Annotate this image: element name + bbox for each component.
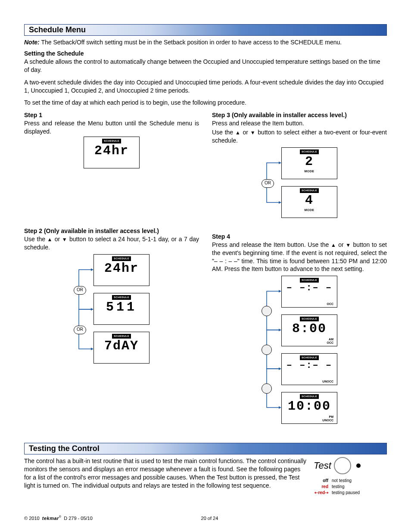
setting-subhead: Setting the Schedule <box>24 50 387 57</box>
lcd-sub: AM OCC <box>327 338 333 345</box>
t: or <box>336 241 346 248</box>
lcd-sub: OCC <box>327 302 333 306</box>
up-arrow-icon: ▲ <box>235 130 241 136</box>
setting-p1: A schedule allows the control to automat… <box>24 58 387 74</box>
step4-title: Step 4 <box>212 233 230 240</box>
down-arrow-icon: ▼ <box>250 130 256 136</box>
page-footer: © 2010 tekmar® D 279 - 05/10 20 of 24 <box>24 515 387 521</box>
step4-lcd2: SCHEDULE 8:00 AM OCC <box>281 314 337 346</box>
step3-lcd2: SCHEDULE 4 MODE <box>281 186 337 218</box>
step3-text1: Press and release the Item button. <box>212 120 304 127</box>
legend-desc: testing <box>332 484 344 490</box>
legend-label: red <box>314 484 328 490</box>
lcd-mode: MODE <box>305 208 314 212</box>
up-arrow-icon: ▲ <box>47 236 53 243</box>
lcd-value: 24hr <box>94 144 129 157</box>
test-legend: offnot testing redtesting ⇠red⇢testing p… <box>314 478 387 496</box>
step1: Step 1 Press and release the Menu button… <box>24 111 199 136</box>
lcd-label: SCHEDULE <box>102 139 121 143</box>
step2-connector-lines <box>74 253 93 374</box>
step4-connector-lines <box>262 275 281 434</box>
lcd-value: – –:– – <box>286 361 332 370</box>
or-badge: OR <box>262 179 274 188</box>
footer-page: 20 of 24 <box>201 516 218 521</box>
note-line: Note: The Setback/Off switch setting mus… <box>24 38 387 47</box>
step1-title: Step 1 <box>24 112 42 118</box>
step4-lcd4: SCHEDULE 10:00 PM UNOCC <box>281 392 337 424</box>
setting-p3: To set the time of day at which each per… <box>24 99 387 107</box>
note-text: The Setback/Off switch setting must be i… <box>41 39 342 46</box>
legend-desc: testing paused <box>332 490 360 496</box>
lcd-sub: UNOCC <box>322 380 333 383</box>
lcd-label: SCHEDULE <box>112 334 131 339</box>
testing-diagram: Test offnot testing redtesting ⇠red⇢test… <box>314 457 387 496</box>
down-arrow-icon: ▼ <box>346 242 351 248</box>
testing-paragraph: The control has a built-in test routine … <box>24 457 308 492</box>
step4: Step 4 Press and release the Item button… <box>212 233 387 273</box>
legend-label: off <box>314 478 328 484</box>
section-title: Testing the Control <box>29 444 100 453</box>
doc-id: D 279 - 05/10 <box>64 516 93 521</box>
lcd-label: SCHEDULE <box>300 317 319 321</box>
t: Use the <box>212 129 235 136</box>
step3: Step 3 (Only available in installer acce… <box>212 111 387 128</box>
test-label: Test <box>314 460 331 471</box>
lcd-value: – –:– – <box>286 283 332 293</box>
step4-lcd1: SCHEDULE – –:– – OCC <box>281 276 337 308</box>
step2-text-b: or <box>53 236 62 243</box>
lcd-mode: MODE <box>305 170 314 173</box>
section-title: Schedule Menu <box>29 25 86 34</box>
step2-lcd3: SCHEDULE 7dAY <box>93 332 149 364</box>
lcd-label: SCHEDULE <box>300 355 319 360</box>
t: Press and release the Item button. Use t… <box>212 241 331 248</box>
left-column: Step 1 Press and release the Menu button… <box>24 111 199 434</box>
t: red <box>318 490 325 495</box>
lcd-value: 4 <box>305 194 314 207</box>
note-label: Note: <box>24 39 40 46</box>
legend-label-blink: ⇠red⇢ <box>314 490 328 496</box>
copyright: © 2010 <box>24 516 40 521</box>
legend-desc: not testing <box>332 478 352 484</box>
t: or <box>241 129 250 136</box>
lcd-value: 24hr <box>104 262 139 275</box>
lcd-value: 10:00 <box>288 400 331 413</box>
section-header-testing: Testing the Control <box>24 443 387 454</box>
step1-lcd: SCHEDULE 24hr <box>84 137 140 168</box>
right-column: Step 3 (Only available in installer acce… <box>212 111 387 434</box>
down-arrow-icon: ▼ <box>62 236 68 243</box>
step3-text2: Use the ▲ or ▼ button to select either a… <box>212 128 387 145</box>
footer-left: © 2010 tekmar® D 279 - 05/10 <box>24 515 93 521</box>
or-badge: OR <box>74 286 86 295</box>
brand-logo: tekmar <box>42 516 59 521</box>
lcd-label: SCHEDULE <box>300 149 319 154</box>
setting-p2: A two-event schedule divides the day int… <box>24 78 387 95</box>
lcd-label: SCHEDULE <box>112 256 131 261</box>
lcd-value: 8:00 <box>292 322 327 335</box>
section-header-schedule: Schedule Menu <box>24 24 387 36</box>
step2-title: Step 2 (Only available in installer acce… <box>24 227 159 234</box>
step2: Step 2 (Only available in installer acce… <box>24 227 199 252</box>
lcd-label: SCHEDULE <box>300 394 319 399</box>
step3-title: Step 3 (Only available in installer acce… <box>212 112 347 118</box>
test-button-icon <box>334 457 351 474</box>
lcd-value: 511 <box>106 301 137 314</box>
lcd-value: 7dAY <box>104 339 139 352</box>
lcd-label: SCHEDULE <box>112 295 131 300</box>
step2-text-a: Use the <box>24 236 47 243</box>
up-arrow-icon: ▲ <box>331 242 336 248</box>
step3-lcd1: SCHEDULE 2 MODE <box>281 147 337 179</box>
step2-lcd2: SCHEDULE 511 <box>93 293 149 325</box>
step4-lcd3: SCHEDULE – –:– – UNOCC <box>281 353 337 385</box>
step1-text: Press and release the Menu button until … <box>24 120 199 135</box>
or-badge: OR <box>74 326 86 334</box>
lcd-label: SCHEDULE <box>300 278 319 283</box>
lcd-label: SCHEDULE <box>300 188 319 193</box>
test-led-icon <box>356 464 361 468</box>
lcd-value: 2 <box>305 155 314 168</box>
lcd-sub: PM UNOCC <box>322 415 333 422</box>
step2-lcd1: SCHEDULE 24hr <box>93 254 149 286</box>
